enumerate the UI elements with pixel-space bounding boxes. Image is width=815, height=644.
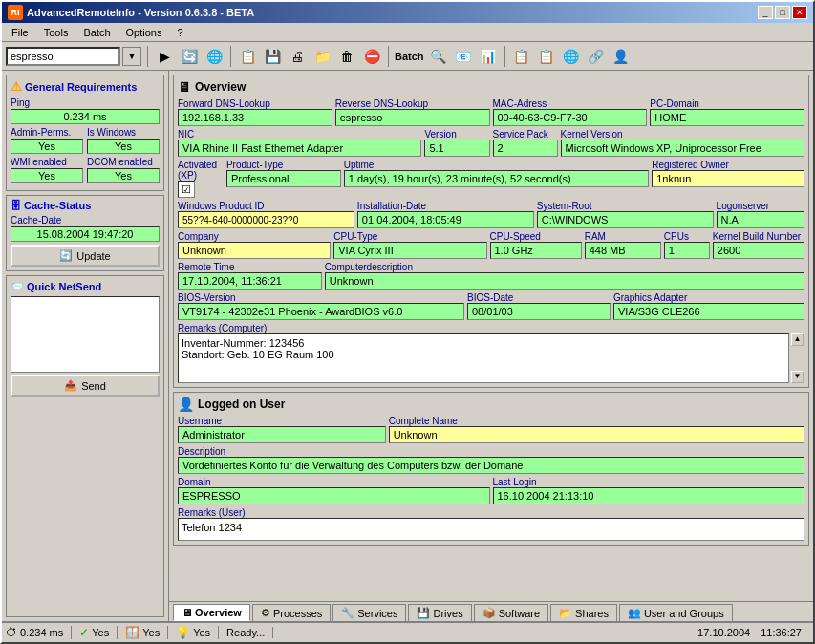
company-value: Unknown [178, 242, 331, 259]
nic-field: NIC VIA Rhine II Fast Ethernet Adapter [178, 129, 421, 157]
row-remote-time: Remote Time 17.10.2004, 11:36:21 Compute… [178, 262, 804, 290]
scroll-up-icon[interactable]: ▲ [791, 333, 804, 346]
save-icon[interactable]: 💾 [262, 46, 283, 67]
product-type-label: Product-Type [226, 160, 341, 170]
cpu-type-label: CPU-Type [333, 231, 486, 242]
bios-version-value: VT9174 - 42302e31 Phoenix - AwardBIOS v6… [178, 303, 464, 320]
status-wmi-icon: 💡 [176, 626, 190, 639]
status-admin-label: Yes [92, 627, 109, 638]
menu-batch[interactable]: Batch [77, 26, 116, 39]
network-icon[interactable]: 🌐 [204, 46, 225, 67]
tab-software[interactable]: 📦 Software [474, 604, 548, 621]
cpu-type-field: CPU-Type VIA Cyrix III [333, 231, 486, 259]
system-root-value: C:\WINDOWS [537, 211, 714, 228]
version-label: Version [424, 129, 489, 140]
ram-label: RAM [585, 231, 661, 242]
mac-value: 00-40-63-C9-F7-30 [493, 109, 648, 126]
pc-domain-field: PC-Domain HOME [650, 98, 804, 126]
ram-value: 448 MB [585, 242, 661, 259]
registered-owner-field: Registered Owner 1nknun [652, 160, 804, 187]
kernel-build-value: 2600 [713, 242, 804, 259]
row-dns-mac: Forward DNS-Lookup 192.168.1.33 Reverse … [178, 98, 804, 126]
tool-icon-4[interactable]: 🔗 [586, 46, 607, 67]
netsend-textarea[interactable] [11, 296, 160, 373]
nic-value: VIA Rhine II Fast Ethernet Adapter [178, 140, 421, 157]
menu-help[interactable]: ? [171, 26, 188, 39]
status-windows: 🪟 Yes [125, 626, 168, 639]
forward-dns-value: 192.168.1.33 [178, 109, 332, 126]
toolbar-separator-1 [147, 46, 148, 67]
batch-search-icon[interactable]: 🔍 [428, 46, 449, 67]
computer-desc-value: Unknown [325, 272, 804, 290]
forward-dns-label: Forward DNS-Lookup [178, 98, 332, 109]
general-requirements-section: ⚠ General Requirements Ping 0.234 ms Adm… [6, 75, 164, 191]
scroll-down-icon[interactable]: ▼ [791, 371, 804, 383]
maximize-button[interactable]: □ [775, 6, 790, 19]
menu-tools[interactable]: Tools [38, 26, 75, 39]
minimize-button[interactable]: _ [758, 6, 773, 19]
tab-drives-icon: 💾 [417, 607, 430, 619]
tab-shares-icon: 📂 [559, 607, 572, 619]
kernel-field: Kernel Version Microsoft Windows XP, Uni… [561, 129, 804, 157]
tab-services-icon: 🔧 [341, 607, 354, 619]
service-pack-field: Service Pack 2 [493, 129, 558, 157]
batch-icon-1[interactable]: 📧 [453, 46, 474, 67]
description-field: Description Vordefiniertes Konto für die… [178, 446, 804, 474]
batch-icon-2[interactable]: 📊 [478, 46, 499, 67]
main-content: ⚠ General Requirements Ping 0.234 ms Adm… [2, 71, 813, 621]
activated-value: ☑ [178, 181, 195, 198]
dcom-label: DCOM enabled [87, 157, 160, 167]
bios-version-field: BIOS-Version VT9174 - 42302e31 Phoenix -… [178, 292, 464, 320]
tool-icon-5[interactable]: 👤 [611, 46, 632, 67]
cache-icon: 🗄 [11, 200, 21, 211]
status-admin: ✓ Yes [79, 626, 118, 639]
kernel-build-label: Kernel Build Number [713, 231, 804, 242]
status-bar: ⏱ 0.234 ms ✓ Yes 🪟 Yes 💡 Yes Ready... 17… [2, 621, 813, 642]
update-icon: 🔄 [59, 249, 73, 262]
cpu-speed-field: CPU-Speed 1.0 GHz [490, 231, 582, 259]
copy-icon[interactable]: 📋 [237, 46, 258, 67]
overview-header: 🖥 Overview [178, 79, 804, 95]
close-button[interactable]: ✕ [792, 6, 807, 19]
send-button[interactable]: 📤 Send [11, 375, 160, 397]
tab-users-groups[interactable]: 👥 User and Groups [619, 604, 733, 621]
delete-icon[interactable]: 🗑 [336, 46, 357, 67]
product-type-value: Professional [226, 170, 341, 187]
tool-icon-3[interactable]: 🌐 [561, 46, 582, 67]
reverse-dns-label: Reverse DNS-Lookup [335, 98, 490, 109]
folder-icon[interactable]: 📁 [311, 46, 332, 67]
go-icon[interactable]: ▶ [154, 46, 175, 67]
tab-overview[interactable]: 🖥 Overview [173, 604, 250, 621]
computer-name-field[interactable]: ▼ [6, 47, 141, 66]
version-field: Version 5.1 [424, 129, 489, 157]
print-icon[interactable]: 🖨 [287, 46, 308, 67]
status-wmi: 💡 Yes [176, 626, 219, 639]
update-button[interactable]: 🔄 Update [11, 245, 160, 267]
menu-file[interactable]: File [6, 26, 34, 39]
stop-icon[interactable]: ⛔ [361, 46, 382, 67]
remarks-computer-label: Remarks (Computer) [178, 323, 804, 333]
status-ping-value: 0.234 ms [20, 627, 63, 638]
tool-icon-2[interactable]: 📋 [536, 46, 557, 67]
tab-services[interactable]: 🔧 Services [332, 604, 406, 621]
cpu-speed-label: CPU-Speed [490, 231, 582, 242]
tab-processes[interactable]: ⚙ Processes [252, 604, 331, 621]
remarks-computer-value[interactable]: Inventar-Nummer: 123456 Standort: Geb. 1… [178, 333, 789, 383]
tab-drives[interactable]: 💾 Drives [408, 604, 471, 621]
row-domain: Domain ESPRESSO Last Login 16.10.2004 21… [178, 477, 804, 504]
status-ping-icon: ⏱ [6, 626, 17, 639]
product-id-value: 55??4-640-0000000-23??0 [178, 211, 354, 228]
tab-shares[interactable]: 📂 Shares [550, 604, 617, 621]
graphics-adapter-field: Graphics Adapter VIA/S3G CLE266 [613, 292, 804, 320]
nic-label: NIC [178, 129, 421, 140]
system-root-label: System-Root [537, 201, 714, 211]
menu-options[interactable]: Options [120, 26, 168, 39]
computer-name-input[interactable] [6, 47, 120, 66]
tool-icon-1[interactable]: 📋 [511, 46, 532, 67]
toolbar-separator-3 [388, 46, 389, 67]
description-label: Description [178, 446, 804, 457]
cpus-field: CPUs 1 [664, 231, 710, 259]
description-value: Vordefiniertes Konto für die Verwaltung … [178, 457, 804, 474]
computer-name-dropdown[interactable]: ▼ [122, 47, 141, 66]
refresh-icon[interactable]: 🔄 [179, 46, 200, 67]
